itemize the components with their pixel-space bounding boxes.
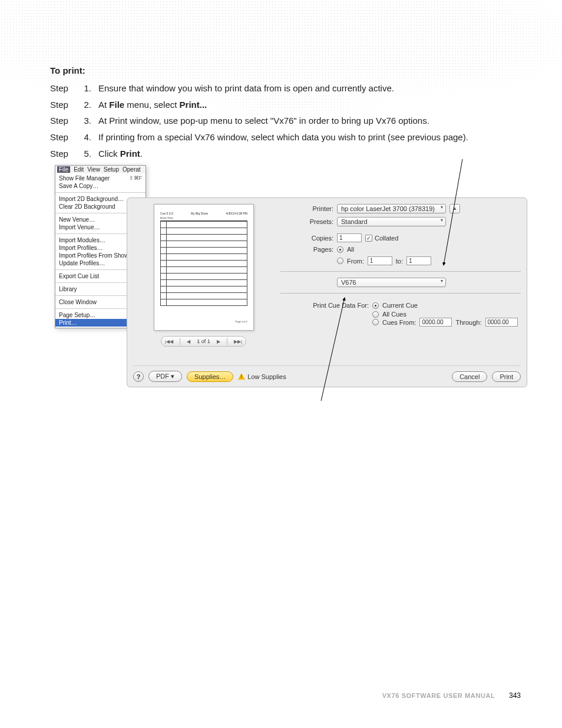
help-button[interactable]: ? xyxy=(133,371,144,382)
copies-input[interactable]: 1 xyxy=(337,233,362,242)
step-row: Step3.At Print window, use pop-up menu t… xyxy=(50,114,527,129)
pager-last[interactable]: ▶▶| xyxy=(230,339,246,344)
cue-from-label: Cues From: xyxy=(382,319,416,326)
heading: To print: xyxy=(50,64,527,78)
step-text: At File menu, select Print... xyxy=(98,98,527,113)
pages-from-radio[interactable] xyxy=(337,258,343,264)
file-menu-item[interactable]: Show File Manager⇧⌘F xyxy=(55,174,146,182)
step-text: If printing from a special Vx76 window, … xyxy=(98,130,527,145)
step-label: Step xyxy=(50,130,74,145)
divider xyxy=(280,293,521,294)
step-text: At Print window, use pop-up menu to sele… xyxy=(98,114,527,129)
pages-to-label: to: xyxy=(396,258,403,265)
menubar-item[interactable]: Edit xyxy=(74,166,84,173)
step-number: 3. xyxy=(81,114,91,129)
step-row: Step2.At File menu, select Print... xyxy=(50,98,527,113)
cancel-button[interactable]: Cancel xyxy=(452,371,487,382)
step-label: Step xyxy=(50,114,74,129)
menubar-item[interactable]: View xyxy=(87,166,100,173)
cue-all-radio[interactable] xyxy=(372,311,379,318)
step-number: 4. xyxy=(81,130,91,145)
pager-next[interactable]: ▶ xyxy=(213,339,224,344)
page-number: 343 xyxy=(509,691,521,700)
menubar-item[interactable]: Operat xyxy=(123,166,141,173)
print-preview: Cue 5.3.0 My Big Show 4/30/14 6:38 PM Ac… xyxy=(154,204,254,331)
preview-footer: Page 1 of 1 xyxy=(236,320,247,323)
cue-through-label: Through: xyxy=(455,319,481,326)
manual-title: VX76 SOFTWARE USER MANUAL xyxy=(382,692,495,699)
cue-data-header: Print Cue Data For: xyxy=(304,302,369,309)
warning-icon xyxy=(238,373,245,380)
collated-label: Collated xyxy=(375,235,398,242)
presets-label: Presets: xyxy=(280,218,333,225)
step-row: Step1.Ensure that window you wish to pri… xyxy=(50,81,527,96)
dialog-footer: ? PDF ▾ Supplies… Low Supplies Cancel Pr… xyxy=(133,365,521,382)
presets-select[interactable]: Standard xyxy=(337,217,446,226)
pages-all-radio[interactable] xyxy=(337,246,343,253)
step-label: Step xyxy=(50,147,74,162)
pages-to-input[interactable]: 1 xyxy=(406,256,431,265)
preview-title-right: 4/30/14 6:38 PM xyxy=(226,212,247,215)
step-row: Step5.Click Print. xyxy=(50,147,527,162)
screenshot-composite: File Edit View Setup Operat Show File Ma… xyxy=(50,165,527,389)
preview-table xyxy=(160,220,247,306)
print-form: Printer: hp color LaserJet 3700 (378319)… xyxy=(280,204,521,327)
menubar-file[interactable]: File xyxy=(57,166,70,173)
step-number: 2. xyxy=(81,98,91,113)
print-dialog: Cue 5.3.0 My Big Show 4/30/14 6:38 PM Ac… xyxy=(127,197,527,387)
preview-title-mid: My Big Show xyxy=(191,212,208,215)
step-label: Step xyxy=(50,98,74,113)
cue-through-input[interactable]: 0000.00 xyxy=(485,318,518,327)
cue-current-label: Current Cue xyxy=(382,302,418,309)
preview-title-left: Cue 5.3.0 xyxy=(160,212,173,215)
pager-text: 1 of 1 xyxy=(197,338,210,344)
cue-all-label: All Cues xyxy=(382,311,406,318)
expand-button[interactable]: ▲ xyxy=(449,204,460,213)
printer-select[interactable]: hp color LaserJet 3700 (378319) xyxy=(337,204,446,213)
pages-from-label: From: xyxy=(347,258,364,265)
menubar: File Edit View Setup Operat xyxy=(55,166,146,173)
step-label: Step xyxy=(50,81,74,96)
instructions: To print: Step1.Ensure that window you w… xyxy=(50,64,527,163)
step-number: 1. xyxy=(81,81,91,96)
menubar-item[interactable]: Setup xyxy=(104,166,119,173)
divider xyxy=(280,271,521,272)
app-popup-menu[interactable]: V676 xyxy=(337,278,446,287)
cue-current-radio[interactable] xyxy=(372,302,379,309)
pages-all-label: All xyxy=(347,246,354,253)
pdf-button[interactable]: PDF ▾ xyxy=(148,371,182,382)
printer-label: Printer: xyxy=(280,205,333,212)
step-text: Ensure that window you wish to print dat… xyxy=(98,81,527,96)
step-text: Click Print. xyxy=(98,147,527,162)
cue-from-input[interactable]: 0000.00 xyxy=(419,318,452,327)
preview-sub: Active Show xyxy=(160,216,247,219)
pager-first[interactable]: |◀◀ xyxy=(161,339,177,344)
collated-checkbox[interactable]: ✓ xyxy=(365,235,372,242)
file-menu-item[interactable]: Save A Copy… xyxy=(55,182,146,190)
cue-from-radio[interactable] xyxy=(372,319,379,325)
print-button[interactable]: Print xyxy=(492,371,521,382)
step-number: 5. xyxy=(81,147,91,162)
cue-data-section: Print Cue Data For: Current Cue All Cues… xyxy=(304,302,521,327)
pages-from-input[interactable]: 1 xyxy=(368,256,392,265)
preview-pager: |◀◀ ◀ 1 of 1 ▶ ▶▶| xyxy=(161,336,246,347)
copies-label: Copies: xyxy=(280,235,333,242)
pages-label: Pages: xyxy=(280,246,333,253)
pager-prev[interactable]: ◀ xyxy=(183,339,194,344)
steps-list: Step1.Ensure that window you wish to pri… xyxy=(50,81,527,162)
step-row: Step4.If printing from a special Vx76 wi… xyxy=(50,130,527,145)
supplies-button[interactable]: Supplies… xyxy=(187,371,233,382)
page-footer: VX76 SOFTWARE USER MANUAL 343 xyxy=(0,691,521,700)
low-supplies-indicator: Low Supplies xyxy=(238,373,286,380)
